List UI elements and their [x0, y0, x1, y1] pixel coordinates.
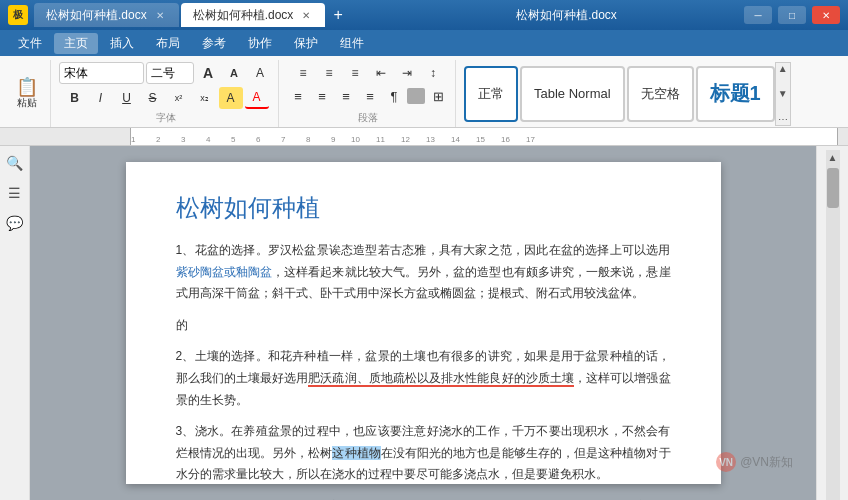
svg-text:14: 14 — [451, 135, 460, 144]
styles-down-icon: ▼ — [778, 88, 788, 99]
menu-protect[interactable]: 保护 — [284, 33, 328, 54]
font-size-input[interactable] — [146, 62, 194, 84]
tab-1[interactable]: 松树如何种植.docx ✕ — [34, 3, 179, 27]
ribbon-group-paragraph: ≡ ≡ ≡ ⇤ ⇥ ↕ ≡ ≡ ≡ ≡ ¶ ⊞ 段落 — [281, 60, 456, 127]
subscript-button[interactable]: x₂ — [193, 87, 217, 109]
paste-button[interactable]: 📋 粘贴 — [10, 75, 44, 113]
styles-list: 正常 Table Normal 无空格 标题1 — [464, 62, 775, 126]
shading-button[interactable] — [407, 88, 425, 104]
menu-file[interactable]: 文件 — [8, 33, 52, 54]
svg-text:15: 15 — [476, 135, 485, 144]
menu-collaborate[interactable]: 协作 — [238, 33, 282, 54]
sort-button[interactable]: ↕ — [421, 62, 445, 84]
ruler-inner: 123 456 789 101112 131415 1617 — [130, 128, 838, 145]
svg-text:12: 12 — [401, 135, 410, 144]
paragraph-4: 4、施肥。无论是松树还是其它的植物，适当的施肥能够让植物生长得更好。但是松树这种… — [176, 496, 671, 500]
tab-1-label: 松树如何种植.docx — [46, 7, 147, 24]
close-button[interactable]: ✕ — [812, 6, 840, 24]
minimize-button[interactable]: ─ — [744, 6, 772, 24]
para-3-highlight: 这种植物 — [332, 446, 380, 460]
para-de-text: 的 — [176, 318, 188, 332]
svg-text:5: 5 — [231, 135, 236, 144]
bullet-list-button[interactable]: ≡ — [291, 62, 315, 84]
svg-text:16: 16 — [501, 135, 510, 144]
main-area: 🔍 ☰ 💬 松树如何种植 1、花盆的选择。罗汉松盆景诶态造型若古态雅，具有大家之… — [0, 146, 848, 500]
para-1-text3: 附石式用较浅盆体。 — [536, 286, 644, 300]
comment-icon[interactable]: 💬 — [4, 212, 26, 234]
superscript-button[interactable]: x² — [167, 87, 191, 109]
multi-list-button[interactable]: ≡ — [343, 62, 367, 84]
style-heading1[interactable]: 标题1 — [696, 66, 775, 122]
styles-nav-up[interactable]: ▲ ▼ ⋯ — [775, 62, 791, 126]
svg-text:13: 13 — [426, 135, 435, 144]
indent-increase-button[interactable]: ⇥ — [395, 62, 419, 84]
paste-icon: 📋 — [16, 78, 38, 96]
align-left-button[interactable]: ≡ — [287, 87, 309, 105]
window-title: 松树如何种植.docx — [389, 7, 744, 24]
font-size-decrease[interactable]: A — [222, 62, 246, 84]
number-list-button[interactable]: ≡ — [317, 62, 341, 84]
maximize-button[interactable]: □ — [778, 6, 806, 24]
menu-home[interactable]: 主页 — [54, 33, 98, 54]
style-table-normal[interactable]: Table Normal — [520, 66, 625, 122]
svg-text:1: 1 — [131, 135, 136, 144]
document-content: 松树如何种植 1、花盆的选择。罗汉松盆景诶态造型若古态雅，具有大家之范，因此在盆… — [176, 192, 671, 500]
scroll-up-button[interactable]: ▲ — [826, 150, 840, 164]
clear-format-button[interactable]: A — [248, 62, 272, 84]
indent-decrease-button[interactable]: ⇤ — [369, 62, 393, 84]
paragraph-3: 3、浇水。在养殖盆景的过程中，也应该要注意好浇水的工作，千万不要出现积水，不然会… — [176, 421, 671, 486]
tab-1-close[interactable]: ✕ — [153, 8, 167, 22]
align-right-button[interactable]: ≡ — [335, 87, 357, 105]
styles-more-icon: ⋯ — [778, 114, 788, 125]
highlight-button[interactable]: A — [219, 87, 243, 109]
ruler: 123 456 789 101112 131415 1617 — [0, 128, 848, 146]
vertical-scrollbar[interactable]: ▲ — [826, 150, 840, 500]
font-name-input[interactable] — [59, 62, 144, 84]
nav-icon[interactable]: ☰ — [4, 182, 26, 204]
scroll-thumb[interactable] — [827, 168, 839, 208]
svg-text:11: 11 — [376, 135, 385, 144]
svg-text:3: 3 — [181, 135, 186, 144]
menu-insert[interactable]: 插入 — [100, 33, 144, 54]
ruler-svg: 123 456 789 101112 131415 1617 — [131, 128, 837, 146]
align-justify-button[interactable]: ≡ — [359, 87, 381, 105]
left-panel: 🔍 ☰ 💬 — [0, 146, 30, 500]
document-area[interactable]: 松树如何种植 1、花盆的选择。罗汉松盆景诶态造型若古态雅，具有大家之范，因此在盆… — [30, 146, 816, 500]
tab-list: 松树如何种植.docx ✕ 松树如何种植.docx ✕ + — [34, 3, 389, 27]
bold-button[interactable]: B — [63, 87, 87, 109]
menu-bar: 文件 主页 插入 布局 参考 协作 保护 组件 — [0, 30, 848, 56]
font-controls: A A A B I U S x² x₂ A A — [59, 62, 272, 109]
align-center-button[interactable]: ≡ — [311, 87, 333, 105]
menu-reference[interactable]: 参考 — [192, 33, 236, 54]
svg-text:6: 6 — [256, 135, 261, 144]
italic-button[interactable]: I — [89, 87, 113, 109]
svg-text:10: 10 — [351, 135, 360, 144]
paragraph-group-label: 段落 — [358, 111, 378, 125]
underline-button[interactable]: U — [115, 87, 139, 109]
paragraph-1: 1、花盆的选择。罗汉松盆景诶态造型若古态雅，具有大家之范，因此在盆的选择上可以选… — [176, 240, 671, 305]
font-size-increase[interactable]: A — [196, 62, 220, 84]
ribbon: 📋 粘贴 A A A B I U S x² x₂ A A — [0, 56, 848, 128]
svg-text:8: 8 — [306, 135, 311, 144]
strikethrough-button[interactable]: S — [141, 87, 165, 109]
menu-layout[interactable]: 布局 — [146, 33, 190, 54]
app-icon: 极 — [8, 5, 28, 25]
font-color-button[interactable]: A — [245, 87, 269, 109]
paragraph-2: 2、土壤的选择。和花卉种植一样，盆景的土壤也有很多的讲究，如果是用于盆景种植的话… — [176, 346, 671, 411]
style-no-space[interactable]: 无空格 — [627, 66, 694, 122]
ribbon-group-styles: 正常 Table Normal 无空格 标题1 ▲ ▼ ⋯ — [458, 60, 797, 127]
title-bar: 极 松树如何种植.docx ✕ 松树如何种植.docx ✕ + 松树如何种植.d… — [0, 0, 848, 30]
border-button[interactable]: ⊞ — [427, 87, 449, 105]
tab-2-close[interactable]: ✕ — [299, 8, 313, 22]
tab-2[interactable]: 松树如何种植.docx ✕ — [181, 3, 326, 27]
search-icon[interactable]: 🔍 — [4, 152, 26, 174]
paragraph-de: 的 — [176, 315, 671, 337]
document-title: 松树如何种植 — [176, 192, 671, 224]
menu-component[interactable]: 组件 — [330, 33, 374, 54]
style-normal[interactable]: 正常 — [464, 66, 518, 122]
svg-text:4: 4 — [206, 135, 211, 144]
font-row-2: B I U S x² x₂ A A — [63, 87, 269, 109]
svg-text:17: 17 — [526, 135, 535, 144]
paragraph-mark-button[interactable]: ¶ — [383, 87, 405, 105]
new-tab-button[interactable]: + — [327, 6, 348, 24]
